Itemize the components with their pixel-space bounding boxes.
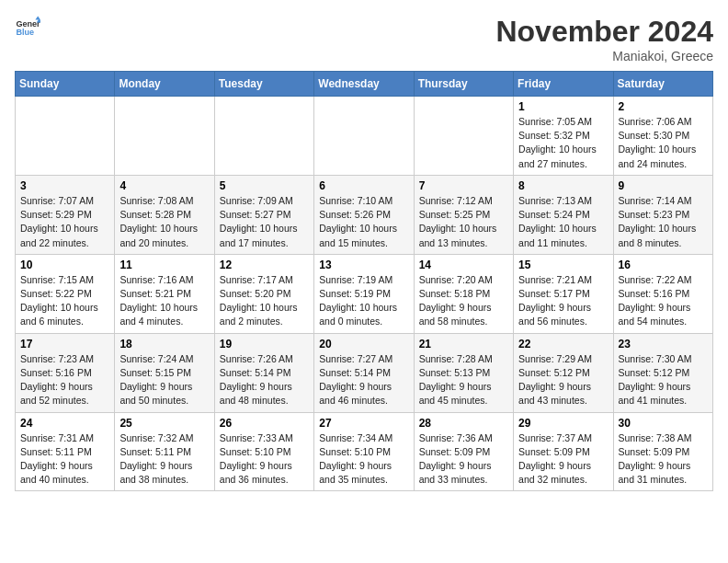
day-info: Sunrise: 7:05 AMSunset: 5:32 PMDaylight:…: [518, 115, 608, 171]
day-number: 24: [20, 417, 109, 430]
day-cell: 4Sunrise: 7:08 AMSunset: 5:28 PMDaylight…: [115, 175, 214, 254]
title-area: November 2024 Maniakoi, Greece: [495, 15, 713, 63]
day-number: 29: [518, 417, 608, 430]
day-cell: 27Sunrise: 7:34 AMSunset: 5:10 PMDayligh…: [314, 412, 414, 491]
day-cell: 28Sunrise: 7:36 AMSunset: 5:09 PMDayligh…: [414, 412, 513, 491]
location: Maniakoi, Greece: [495, 49, 713, 63]
day-number: 23: [619, 338, 708, 350]
day-cell: [115, 97, 214, 176]
day-cell: 20Sunrise: 7:27 AMSunset: 5:14 PMDayligh…: [314, 333, 414, 412]
day-number: 11: [119, 259, 209, 271]
day-info: Sunrise: 7:12 AMSunset: 5:25 PMDaylight:…: [419, 194, 508, 250]
logo-icon: General Blue: [15, 15, 40, 40]
calendar-table: SundayMondayTuesdayWednesdayThursdayFrid…: [15, 71, 713, 491]
day-info: Sunrise: 7:24 AMSunset: 5:15 PMDaylight:…: [119, 352, 209, 408]
day-cell: 10Sunrise: 7:15 AMSunset: 5:22 PMDayligh…: [16, 254, 115, 333]
weekday-header-friday: Friday: [514, 72, 613, 97]
day-cell: 14Sunrise: 7:20 AMSunset: 5:18 PMDayligh…: [414, 254, 513, 333]
day-info: Sunrise: 7:09 AMSunset: 5:27 PMDaylight:…: [220, 194, 309, 250]
day-number: 6: [319, 179, 408, 192]
day-info: Sunrise: 7:29 AMSunset: 5:12 PMDaylight:…: [518, 352, 608, 408]
day-number: 27: [319, 417, 408, 430]
day-info: Sunrise: 7:36 AMSunset: 5:09 PMDaylight:…: [419, 431, 508, 488]
week-row-5: 24Sunrise: 7:31 AMSunset: 5:11 PMDayligh…: [16, 412, 713, 491]
weekday-header-sunday: Sunday: [16, 72, 115, 97]
calendar-header: SundayMondayTuesdayWednesdayThursdayFrid…: [16, 72, 713, 97]
week-row-4: 17Sunrise: 7:23 AMSunset: 5:16 PMDayligh…: [16, 333, 713, 412]
day-number: 14: [419, 259, 508, 271]
day-cell: 1Sunrise: 7:05 AMSunset: 5:32 PMDaylight…: [514, 97, 613, 176]
day-info: Sunrise: 7:32 AMSunset: 5:11 PMDaylight:…: [119, 431, 209, 488]
day-number: 12: [220, 259, 309, 271]
day-cell: [414, 97, 513, 176]
day-number: 2: [619, 100, 708, 113]
weekday-header-monday: Monday: [115, 72, 214, 97]
day-cell: 8Sunrise: 7:13 AMSunset: 5:24 PMDaylight…: [514, 175, 613, 254]
day-info: Sunrise: 7:34 AMSunset: 5:10 PMDaylight:…: [319, 431, 408, 488]
day-number: 26: [220, 417, 309, 430]
day-info: Sunrise: 7:07 AMSunset: 5:29 PMDaylight:…: [20, 194, 109, 250]
day-cell: 11Sunrise: 7:16 AMSunset: 5:21 PMDayligh…: [115, 254, 214, 333]
day-cell: 22Sunrise: 7:29 AMSunset: 5:12 PMDayligh…: [514, 333, 613, 412]
day-info: Sunrise: 7:33 AMSunset: 5:10 PMDaylight:…: [220, 431, 309, 488]
day-number: 25: [119, 417, 209, 430]
day-info: Sunrise: 7:15 AMSunset: 5:22 PMDaylight:…: [20, 273, 109, 329]
day-cell: [314, 97, 414, 176]
day-info: Sunrise: 7:30 AMSunset: 5:12 PMDaylight:…: [619, 352, 708, 408]
day-info: Sunrise: 7:06 AMSunset: 5:30 PMDaylight:…: [619, 115, 708, 171]
day-cell: 6Sunrise: 7:10 AMSunset: 5:26 PMDaylight…: [314, 175, 414, 254]
day-info: Sunrise: 7:16 AMSunset: 5:21 PMDaylight:…: [119, 273, 209, 329]
day-info: Sunrise: 7:31 AMSunset: 5:11 PMDaylight:…: [20, 431, 109, 488]
day-number: 28: [419, 417, 508, 430]
day-info: Sunrise: 7:13 AMSunset: 5:24 PMDaylight:…: [518, 194, 608, 250]
day-cell: 26Sunrise: 7:33 AMSunset: 5:10 PMDayligh…: [214, 412, 313, 491]
day-cell: 13Sunrise: 7:19 AMSunset: 5:19 PMDayligh…: [314, 254, 414, 333]
day-info: Sunrise: 7:19 AMSunset: 5:19 PMDaylight:…: [319, 273, 408, 329]
day-info: Sunrise: 7:23 AMSunset: 5:16 PMDaylight:…: [20, 352, 109, 408]
day-number: 21: [419, 338, 508, 350]
day-info: Sunrise: 7:22 AMSunset: 5:16 PMDaylight:…: [619, 273, 708, 329]
day-cell: 21Sunrise: 7:28 AMSunset: 5:13 PMDayligh…: [414, 333, 513, 412]
day-cell: 5Sunrise: 7:09 AMSunset: 5:27 PMDaylight…: [214, 175, 313, 254]
day-number: 30: [619, 417, 708, 430]
day-info: Sunrise: 7:10 AMSunset: 5:26 PMDaylight:…: [319, 194, 408, 250]
day-number: 5: [220, 179, 309, 192]
day-info: Sunrise: 7:26 AMSunset: 5:14 PMDaylight:…: [220, 352, 309, 408]
day-cell: 17Sunrise: 7:23 AMSunset: 5:16 PMDayligh…: [16, 333, 115, 412]
svg-text:Blue: Blue: [16, 28, 34, 37]
day-number: 15: [518, 259, 608, 271]
day-info: Sunrise: 7:27 AMSunset: 5:14 PMDaylight:…: [319, 352, 408, 408]
calendar-body: 1Sunrise: 7:05 AMSunset: 5:32 PMDaylight…: [16, 97, 713, 491]
weekday-header-saturday: Saturday: [613, 72, 712, 97]
week-row-3: 10Sunrise: 7:15 AMSunset: 5:22 PMDayligh…: [16, 254, 713, 333]
week-row-2: 3Sunrise: 7:07 AMSunset: 5:29 PMDaylight…: [16, 175, 713, 254]
day-number: 20: [319, 338, 408, 350]
day-number: 22: [518, 338, 608, 350]
day-number: 13: [319, 259, 408, 271]
day-info: Sunrise: 7:38 AMSunset: 5:09 PMDaylight:…: [619, 431, 708, 488]
month-title: November 2024: [495, 15, 713, 49]
day-number: 8: [518, 179, 608, 192]
day-number: 16: [619, 259, 708, 271]
day-cell: 12Sunrise: 7:17 AMSunset: 5:20 PMDayligh…: [214, 254, 313, 333]
day-cell: 18Sunrise: 7:24 AMSunset: 5:15 PMDayligh…: [115, 333, 214, 412]
weekday-header-wednesday: Wednesday: [314, 72, 414, 97]
day-cell: 3Sunrise: 7:07 AMSunset: 5:29 PMDaylight…: [16, 175, 115, 254]
day-info: Sunrise: 7:17 AMSunset: 5:20 PMDaylight:…: [220, 273, 309, 329]
day-number: 9: [619, 179, 708, 192]
day-cell: 7Sunrise: 7:12 AMSunset: 5:25 PMDaylight…: [414, 175, 513, 254]
day-number: 3: [20, 179, 109, 192]
week-row-1: 1Sunrise: 7:05 AMSunset: 5:32 PMDaylight…: [16, 97, 713, 176]
day-cell: 15Sunrise: 7:21 AMSunset: 5:17 PMDayligh…: [514, 254, 613, 333]
day-cell: 24Sunrise: 7:31 AMSunset: 5:11 PMDayligh…: [16, 412, 115, 491]
day-cell: 23Sunrise: 7:30 AMSunset: 5:12 PMDayligh…: [613, 333, 712, 412]
day-cell: 16Sunrise: 7:22 AMSunset: 5:16 PMDayligh…: [613, 254, 712, 333]
logo: General Blue: [15, 15, 40, 40]
svg-marker-2: [35, 16, 40, 19]
weekday-row: SundayMondayTuesdayWednesdayThursdayFrid…: [16, 72, 713, 97]
day-cell: 2Sunrise: 7:06 AMSunset: 5:30 PMDaylight…: [613, 97, 712, 176]
weekday-header-tuesday: Tuesday: [214, 72, 313, 97]
day-number: 4: [119, 179, 209, 192]
day-cell: 19Sunrise: 7:26 AMSunset: 5:14 PMDayligh…: [214, 333, 313, 412]
day-cell: 9Sunrise: 7:14 AMSunset: 5:23 PMDaylight…: [613, 175, 712, 254]
